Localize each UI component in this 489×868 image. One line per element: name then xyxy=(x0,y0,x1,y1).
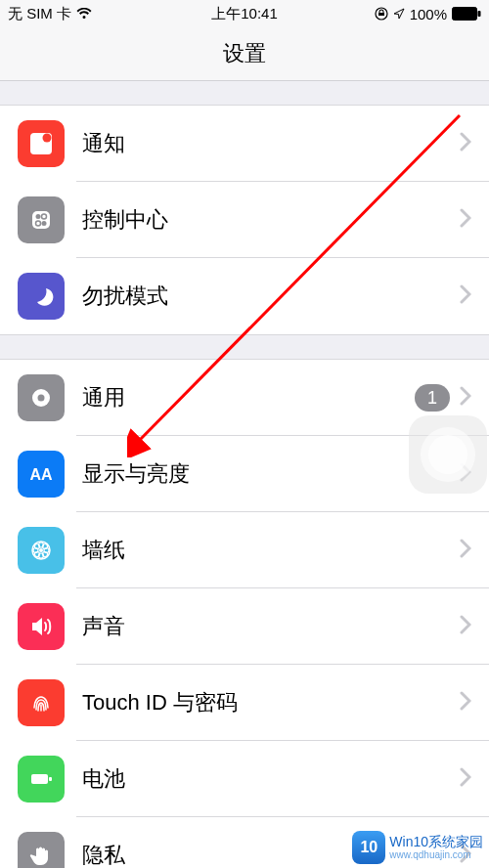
watermark-title: Win10系统家园 xyxy=(389,835,483,849)
moon-icon xyxy=(18,273,65,320)
status-right: 100% xyxy=(375,6,481,22)
carrier-text: 无 SIM 卡 xyxy=(8,5,71,23)
watermark-sub: www.qdhuajin.com xyxy=(389,849,483,860)
svg-text:AA: AA xyxy=(29,466,53,483)
row-sounds[interactable]: 声音 xyxy=(0,588,489,665)
status-bar: 无 SIM 卡 上午10:41 100% xyxy=(0,0,489,27)
svg-rect-23 xyxy=(31,774,48,784)
svg-rect-2 xyxy=(478,11,481,17)
row-label: 电池 xyxy=(82,764,460,794)
svg-point-4 xyxy=(43,134,52,143)
hand-icon xyxy=(18,832,65,868)
row-label: 勿扰模式 xyxy=(82,282,460,311)
wallpaper-icon xyxy=(18,527,65,574)
page-title: 设置 xyxy=(223,39,266,68)
display-icon: AA xyxy=(18,451,65,498)
row-label: 墙纸 xyxy=(82,536,460,565)
row-label: 控制中心 xyxy=(82,205,460,235)
wifi-icon xyxy=(76,6,92,22)
control-center-icon xyxy=(18,196,65,243)
title-bar: 设置 xyxy=(0,27,489,81)
svg-point-14 xyxy=(39,548,43,552)
chevron-right-icon xyxy=(460,384,471,412)
svg-point-7 xyxy=(42,221,47,226)
fingerprint-icon xyxy=(18,679,65,726)
status-left: 无 SIM 卡 xyxy=(8,5,92,23)
row-label: 声音 xyxy=(82,612,460,641)
gear-icon xyxy=(18,374,65,421)
watermark-logo: 10 xyxy=(352,831,385,864)
svg-rect-1 xyxy=(453,8,477,21)
location-icon xyxy=(393,6,405,22)
chevron-right-icon xyxy=(460,765,471,793)
svg-point-6 xyxy=(36,214,41,219)
svg-rect-24 xyxy=(49,777,52,781)
row-label: Touch ID 与密码 xyxy=(82,688,460,717)
row-label: 通知 xyxy=(82,129,460,158)
row-control-center[interactable]: 控制中心 xyxy=(0,182,489,258)
chevron-right-icon xyxy=(460,689,471,716)
chevron-right-icon xyxy=(460,206,471,234)
row-label: 通用 xyxy=(82,383,415,412)
settings-group-1: 通知 控制中心 勿扰模式 xyxy=(0,105,489,335)
assistive-touch[interactable] xyxy=(409,415,487,494)
watermark: 10 Win10系统家园 www.qdhuajin.com xyxy=(352,831,483,864)
badge: 1 xyxy=(415,384,450,412)
chevron-right-icon xyxy=(460,130,471,157)
row-dnd[interactable]: 勿扰模式 xyxy=(0,258,489,334)
row-wallpaper[interactable]: 墙纸 xyxy=(0,512,489,588)
battery-percent: 100% xyxy=(410,6,447,22)
svg-rect-5 xyxy=(32,211,50,229)
rotation-lock-icon xyxy=(375,7,388,21)
chevron-right-icon xyxy=(460,537,471,564)
battery-icon xyxy=(452,7,481,21)
row-touchid[interactable]: Touch ID 与密码 xyxy=(0,665,489,741)
status-time: 上午10:41 xyxy=(211,5,278,23)
row-battery[interactable]: 电池 xyxy=(0,741,489,817)
row-label: 显示与亮度 xyxy=(82,459,460,489)
chevron-right-icon xyxy=(460,613,471,640)
battery-icon xyxy=(18,756,65,803)
svg-point-11 xyxy=(38,395,45,402)
speaker-icon xyxy=(18,603,65,650)
notifications-icon xyxy=(18,120,65,167)
row-notifications[interactable]: 通知 xyxy=(0,106,489,182)
chevron-right-icon xyxy=(460,282,471,310)
